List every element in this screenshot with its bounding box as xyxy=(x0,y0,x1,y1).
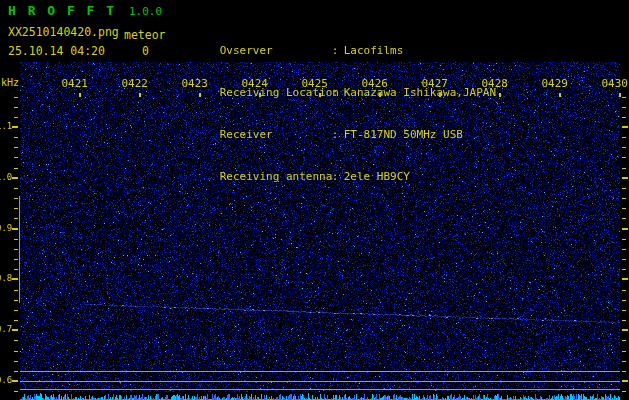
info-colon: : xyxy=(332,170,344,184)
freq-minor-tick-left xyxy=(14,300,18,301)
freq-minor-tick-left xyxy=(14,107,18,108)
info-colon: : xyxy=(332,86,344,100)
time-label: 0424 xyxy=(238,77,268,90)
freq-minor-tick-right xyxy=(622,97,626,98)
time-tick xyxy=(379,93,381,97)
info-colon: : xyxy=(332,128,344,142)
time-label: 0425 xyxy=(298,77,328,90)
freq-minor-tick-left xyxy=(14,371,18,372)
time-label: 0422 xyxy=(118,77,148,90)
time-label: 0430 xyxy=(598,77,628,90)
freq-label: 1.0 xyxy=(0,172,12,182)
freq-minor-tick-left xyxy=(14,239,18,240)
freq-minor-tick-right xyxy=(622,269,626,270)
freq-minor-tick-right xyxy=(622,239,626,240)
freq-minor-tick-left xyxy=(14,198,18,199)
time-tick xyxy=(499,93,501,97)
info-value: 2ele HB9CY xyxy=(344,170,410,183)
info-label: Receiver xyxy=(220,128,332,142)
freq-minor-tick-right xyxy=(622,310,626,311)
freq-minor-tick-right xyxy=(622,137,626,138)
time-label: 0429 xyxy=(538,77,568,90)
freq-minor-tick-right xyxy=(622,117,626,118)
freq-minor-tick-left xyxy=(14,188,18,189)
freq-minor-tick-left xyxy=(14,320,18,321)
freq-minor-tick-right xyxy=(622,208,626,209)
info-label: Ovserver xyxy=(220,44,332,58)
freq-label: 1.1 xyxy=(0,121,12,131)
freq-major-tick-right xyxy=(622,380,628,382)
freq-major-tick-left xyxy=(12,278,18,280)
freq-minor-tick-right xyxy=(622,107,626,108)
time-tick xyxy=(439,93,441,97)
freq-minor-tick-left xyxy=(14,168,18,169)
info-value: FT-817ND 50MHz USB xyxy=(344,128,463,141)
time-tick xyxy=(139,93,141,97)
freq-minor-tick-right xyxy=(622,249,626,250)
freq-minor-tick-left xyxy=(14,259,18,260)
freq-minor-tick-right xyxy=(622,361,626,362)
freq-minor-tick-left xyxy=(14,340,18,341)
freq-major-tick-left xyxy=(12,329,18,331)
freq-minor-tick-left xyxy=(14,361,18,362)
freq-minor-tick-left xyxy=(14,310,18,311)
freq-minor-tick-right xyxy=(622,351,626,352)
info-row-antenna: Receiving antenna:2ele HB9CY xyxy=(180,156,496,170)
info-colon: : xyxy=(332,44,344,58)
freq-minor-tick-right xyxy=(622,340,626,341)
time-label: 0427 xyxy=(418,77,448,90)
station-info: Ovserver:Lacofilms Receiving Location:Ka… xyxy=(180,2,496,198)
time-label: 0421 xyxy=(58,77,88,90)
freq-label: 0.8 xyxy=(0,273,12,283)
time-tick xyxy=(619,93,621,97)
freq-minor-tick-right xyxy=(622,157,626,158)
freq-minor-tick-left xyxy=(14,391,18,392)
freq-major-tick-right xyxy=(622,278,628,280)
freq-label: 0.9 xyxy=(0,223,12,233)
freq-major-tick-left xyxy=(12,126,18,128)
freq-minor-tick-right xyxy=(622,391,626,392)
gray-vertical-marker xyxy=(19,196,20,303)
freq-major-tick-right xyxy=(622,228,628,230)
time-label: 0428 xyxy=(478,77,508,90)
info-row-observer: Ovserver:Lacofilms xyxy=(180,30,496,44)
freq-major-tick-right xyxy=(622,177,628,179)
info-label: Receiving antenna xyxy=(220,170,332,184)
freq-minor-tick-left xyxy=(14,290,18,291)
freq-minor-tick-right xyxy=(622,198,626,199)
freq-minor-tick-left xyxy=(14,208,18,209)
freq-minor-tick-right xyxy=(622,300,626,301)
freq-minor-tick-left xyxy=(14,218,18,219)
time-tick xyxy=(259,93,261,97)
freq-major-tick-left xyxy=(12,228,18,230)
info-row-location: Receiving Location:Kanazawa Ishikawa,JAP… xyxy=(180,72,496,86)
freq-minor-tick-left xyxy=(14,117,18,118)
time-tick xyxy=(79,93,81,97)
time-tick xyxy=(199,93,201,97)
info-row-receiver: Receiver:FT-817ND 50MHz USB xyxy=(180,114,496,128)
freq-minor-tick-right xyxy=(622,320,626,321)
freq-minor-tick-right xyxy=(622,218,626,219)
time-tick xyxy=(559,93,561,97)
freq-minor-tick-right xyxy=(622,371,626,372)
app-version: 1.0.0 xyxy=(129,5,162,18)
freq-minor-tick-left xyxy=(14,269,18,270)
freq-minor-tick-left xyxy=(14,97,18,98)
freq-minor-tick-right xyxy=(622,259,626,260)
freq-label: 0.7 xyxy=(0,324,12,334)
app-title: H R O F F T xyxy=(8,3,116,18)
freq-minor-tick-right xyxy=(622,147,626,148)
freq-major-tick-right xyxy=(622,329,628,331)
freq-label: 0.6 xyxy=(0,375,12,385)
y-axis-unit-label: kHz xyxy=(1,77,19,88)
observation-datetime: 25.10.14 04:20 xyxy=(8,44,105,58)
meteor-label: meteor xyxy=(124,28,166,42)
freq-minor-tick-left xyxy=(14,351,18,352)
freq-minor-tick-left xyxy=(14,157,18,158)
time-label: 0423 xyxy=(178,77,208,90)
freq-minor-tick-right xyxy=(622,290,626,291)
output-filename: XX2510140420.png xyxy=(8,25,119,39)
meteor-count: 0 xyxy=(142,44,149,58)
hrofft-window: H R O F F T 1.0.0 XX2510140420.png meteo… xyxy=(0,0,629,400)
freq-minor-tick-left xyxy=(14,147,18,148)
